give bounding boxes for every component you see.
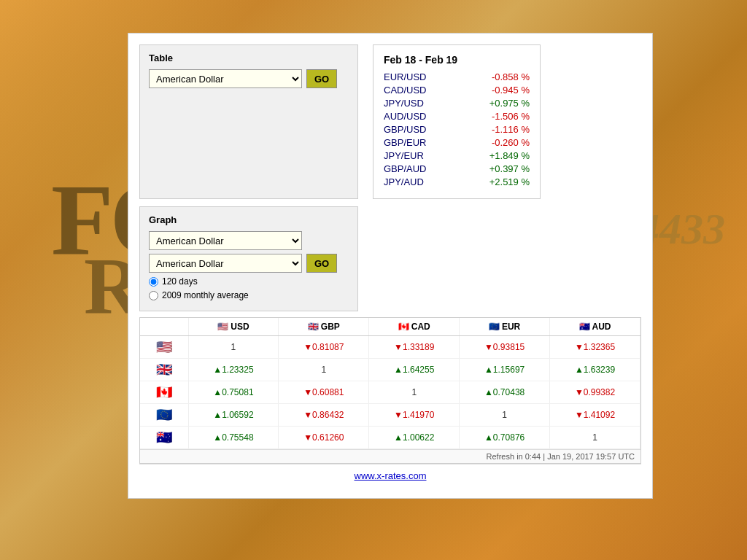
footer-link[interactable]: www.x-rates.com bbox=[355, 470, 427, 481]
rates-panel: Feb 18 - Feb 19 EUR/USD-0.858 %CAD/USD-0… bbox=[373, 44, 541, 199]
table-cell: ▲1.23325 bbox=[188, 359, 279, 381]
rate-value: -1.116 % bbox=[471, 124, 530, 135]
table-cell: ▲0.75548 bbox=[188, 427, 279, 449]
radio-monthly[interactable] bbox=[149, 291, 158, 300]
graph-currency-select1[interactable]: American Dollar Euro British Pound Canad… bbox=[149, 231, 302, 250]
currency-table-body: 🇺🇸1▼0.81087▼1.33189▼0.93815▼1.32365🇬🇧▲1.… bbox=[140, 336, 640, 449]
table-cell: ▲1.15697 bbox=[460, 359, 550, 381]
radio-120days-row: 120 days bbox=[149, 276, 349, 287]
table-cell: ▼1.33189 bbox=[369, 336, 460, 359]
rate-pair: AUD/USD bbox=[384, 111, 442, 122]
rate-value: +1.849 % bbox=[471, 150, 530, 161]
currency-table: 🇺🇸USD🇬🇧GBP🇨🇦CAD🇪🇺EUR🇦🇺AUD 🇺🇸1▼0.81087▼1.… bbox=[140, 318, 640, 449]
rate-row: CAD/USD-0.945 % bbox=[384, 85, 530, 96]
rate-row: JPY/USD+0.975 % bbox=[384, 98, 530, 109]
top-row: Table American Dollar Euro British Pound… bbox=[139, 44, 641, 199]
th-eur: 🇪🇺EUR bbox=[460, 318, 550, 336]
table-row: 🇨🇦▲0.75081▼0.608811▲0.70438▼0.99382 bbox=[140, 381, 640, 404]
currency-table-header-row: 🇺🇸USD🇬🇧GBP🇨🇦CAD🇪🇺EUR🇦🇺AUD bbox=[140, 318, 640, 336]
rate-pair: GBP/AUD bbox=[384, 163, 442, 174]
rate-value: -1.506 % bbox=[471, 111, 530, 122]
table-cell: ▲0.70876 bbox=[460, 427, 550, 449]
rate-value: -0.945 % bbox=[471, 85, 530, 96]
row-flag-us: 🇺🇸 bbox=[140, 336, 188, 359]
radio-120days-label: 120 days bbox=[162, 276, 198, 287]
table-cell: 1 bbox=[279, 359, 369, 381]
row-flag-gb: 🇬🇧 bbox=[140, 359, 188, 381]
rate-value: +2.519 % bbox=[471, 176, 530, 187]
row-flag-ca: 🇨🇦 bbox=[140, 381, 188, 404]
table-section: Table American Dollar Euro British Pound… bbox=[139, 44, 358, 199]
table-cell: ▲1.63239 bbox=[550, 359, 640, 381]
rate-pair: GBP/EUR bbox=[384, 137, 442, 148]
graph-section-title: Graph bbox=[149, 214, 349, 225]
rate-row: EUR/USD-0.858 % bbox=[384, 71, 530, 82]
rate-value: +0.397 % bbox=[471, 163, 530, 174]
rate-row: JPY/EUR+1.849 % bbox=[384, 150, 530, 161]
row-flag-eu: 🇪🇺 bbox=[140, 404, 188, 427]
graph-select-row2: American Dollar Euro British Pound Canad… bbox=[149, 254, 349, 273]
table-row: 🇬🇧▲1.233251▲1.64255▲1.15697▲1.63239 bbox=[140, 359, 640, 381]
table-section-title: Table bbox=[149, 52, 349, 63]
table-cell: 1 bbox=[550, 427, 640, 449]
th-aud: 🇦🇺AUD bbox=[550, 318, 640, 336]
th-empty bbox=[140, 318, 188, 336]
table-cell: ▼1.41092 bbox=[550, 404, 640, 427]
table-cell: ▼1.41970 bbox=[369, 404, 460, 427]
rates-title: Feb 18 - Feb 19 bbox=[384, 54, 530, 66]
rate-pair: CAD/USD bbox=[384, 85, 442, 96]
rate-row: AUD/USD-1.506 % bbox=[384, 111, 530, 122]
table-cell: ▼0.93815 bbox=[460, 336, 550, 359]
rate-pair: GBP/USD bbox=[384, 124, 442, 135]
table-cell: ▼0.99382 bbox=[550, 381, 640, 404]
refresh-bar: Refresh in 0:44 | Jan 19, 2017 19:57 UTC bbox=[140, 449, 640, 463]
table-select-row: American Dollar Euro British Pound Canad… bbox=[149, 69, 349, 88]
footer: www.x-rates.com bbox=[139, 464, 641, 487]
rate-value: +0.975 % bbox=[471, 98, 530, 109]
rate-row: GBP/EUR-0.260 % bbox=[384, 137, 530, 148]
rate-value: -0.260 % bbox=[471, 137, 530, 148]
rates-rows: EUR/USD-0.858 %CAD/USD-0.945 %JPY/USD+0.… bbox=[384, 71, 530, 187]
currency-table-wrap: 🇺🇸USD🇬🇧GBP🇨🇦CAD🇪🇺EUR🇦🇺AUD 🇺🇸1▼0.81087▼1.… bbox=[139, 317, 641, 464]
graph-select-row1: American Dollar Euro British Pound Canad… bbox=[149, 231, 349, 250]
table-cell: ▲1.00622 bbox=[369, 427, 460, 449]
row-flag-au: 🇦🇺 bbox=[140, 427, 188, 449]
radio-monthly-label: 2009 monthly average bbox=[162, 290, 249, 300]
table-cell: ▲0.75081 bbox=[188, 381, 279, 404]
th-usd: 🇺🇸USD bbox=[188, 318, 279, 336]
table-go-button[interactable]: GO bbox=[306, 69, 337, 88]
rate-row: GBP/AUD+0.397 % bbox=[384, 163, 530, 174]
rate-pair: JPY/AUD bbox=[384, 176, 442, 187]
table-cell: ▼0.60881 bbox=[279, 381, 369, 404]
table-cell: 1 bbox=[369, 381, 460, 404]
table-row: 🇪🇺▲1.06592▼0.86432▼1.419701▼1.41092 bbox=[140, 404, 640, 427]
graph-currency-select2[interactable]: American Dollar Euro British Pound Canad… bbox=[149, 254, 302, 273]
th-gbp: 🇬🇧GBP bbox=[279, 318, 369, 336]
table-currency-select[interactable]: American Dollar Euro British Pound Canad… bbox=[149, 69, 302, 88]
table-row: 🇺🇸1▼0.81087▼1.33189▼0.93815▼1.32365 bbox=[140, 336, 640, 359]
table-row: 🇦🇺▲0.75548▼0.61260▲1.00622▲0.708761 bbox=[140, 427, 640, 449]
table-cell: ▼0.86432 bbox=[279, 404, 369, 427]
radio-120days[interactable] bbox=[149, 277, 158, 287]
rate-row: JPY/AUD+2.519 % bbox=[384, 176, 530, 187]
table-cell: ▲1.06592 bbox=[188, 404, 279, 427]
table-cell: ▼0.81087 bbox=[279, 336, 369, 359]
graph-section: Graph American Dollar Euro British Pound… bbox=[139, 206, 358, 311]
rate-pair: EUR/USD bbox=[384, 71, 442, 82]
rate-row: GBP/USD-1.116 % bbox=[384, 124, 530, 135]
rate-value: -0.858 % bbox=[471, 71, 530, 82]
th-cad: 🇨🇦CAD bbox=[369, 318, 460, 336]
radio-monthly-row: 2009 monthly average bbox=[149, 290, 349, 300]
table-cell: 1 bbox=[460, 404, 550, 427]
table-cell: ▼1.32365 bbox=[550, 336, 640, 359]
rate-pair: JPY/EUR bbox=[384, 150, 442, 161]
rate-pair: JPY/USD bbox=[384, 98, 442, 109]
table-cell: ▲1.64255 bbox=[369, 359, 460, 381]
refresh-text: Refresh in 0:44 | Jan 19, 2017 19:57 UTC bbox=[487, 452, 635, 461]
table-cell: ▲0.70438 bbox=[460, 381, 550, 404]
graph-go-button[interactable]: GO bbox=[306, 254, 337, 273]
table-cell: 1 bbox=[188, 336, 279, 359]
table-cell: ▼0.61260 bbox=[279, 427, 369, 449]
main-panel: Table American Dollar Euro British Pound… bbox=[128, 33, 653, 499]
